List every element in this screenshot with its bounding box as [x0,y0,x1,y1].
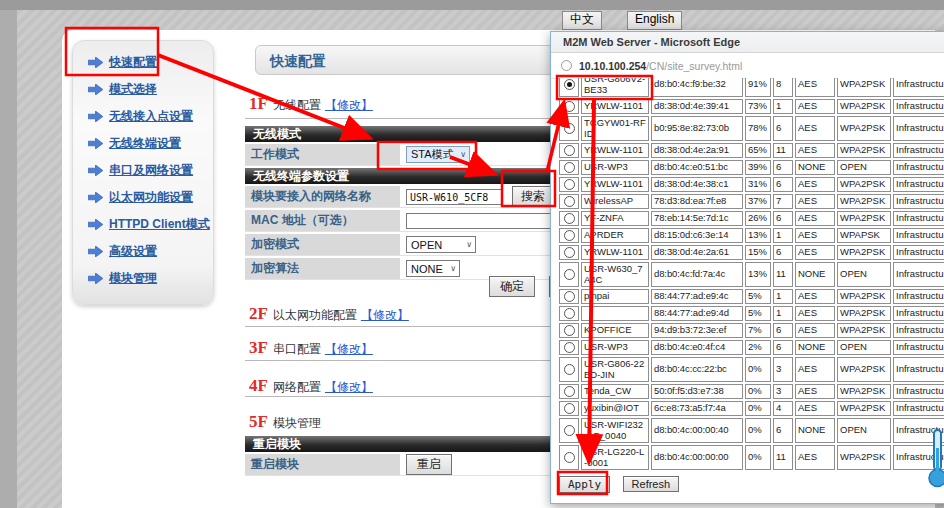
sidebar-link[interactable]: 模块管理 [109,270,157,287]
sidebar-link[interactable]: 以太网功能设置 [109,189,193,206]
network-ssid-cell: USR-WP3 [581,340,649,355]
network-auth-cell: OPEN [837,262,891,287]
network-row-18: yuxibin@IOT6c:e8:73:a5:f7:4a0%4AESWPA2PS… [559,401,944,416]
network-ssid-cell: USR-WP3 [581,160,649,175]
network-auth-cell: OPEN [837,340,891,355]
network-mac-cell: 88:44:77:ad:e9:4d [651,306,743,321]
sidebar-item-8[interactable]: 高级设置 [73,238,213,265]
sidebar-item-2[interactable]: 模式选择 [73,76,213,103]
network-channel-cell: 3 [773,357,793,382]
network-type-cell: Infrastructure [893,143,944,158]
network-radio[interactable] [564,79,575,90]
popup-title[interactable]: M2M Web Server - Microsoft Edge [551,32,944,53]
network-row-14: KPOFFICE94:d9:b3:72:3e:ef7%6AESWPA2PSKIn… [559,323,944,338]
mac-input[interactable] [406,213,556,229]
sidebar-item-5[interactable]: 串口及网络设置 [73,157,213,184]
network-ssid-cell [581,306,649,321]
network-ssid-cell: WirelessAP [581,194,649,209]
restart-label: 重启模块 [245,454,400,475]
network-radio[interactable] [564,342,575,353]
sidebar-link[interactable]: 高级设置 [109,243,157,260]
network-signal-cell: 5% [745,289,771,304]
popup-url-bar[interactable]: 10.10.100.254/CN/site_survey.html [551,53,944,79]
network-ssid-cell: KPOFFICE [581,323,649,338]
sidebar-link[interactable]: 无线接入点设置 [109,108,193,125]
network-type-cell: Infrastructure [893,340,944,355]
network-radio[interactable] [564,196,575,207]
arrow-right-icon [88,192,103,203]
arrow-right-icon [88,273,103,284]
network-radio[interactable] [564,452,575,463]
network-encryption-cell: AES [795,401,835,416]
sidebar-item-6[interactable]: 以太网功能设置 [73,184,213,211]
network-type-cell: Infrastructure [893,177,944,192]
network-radio[interactable] [564,247,575,258]
modify-link-wireless[interactable]: 【修改】 [325,98,373,112]
modify-link-serial[interactable]: 【修改】 [325,342,373,356]
network-radio[interactable] [564,179,575,190]
network-ssid-cell: USR-G806-22BD-JIN [581,357,649,382]
network-radio[interactable] [564,403,575,414]
network-mac-cell: 78:eb:14:5e:7d:1c [651,211,743,226]
confirm-button[interactable]: 确定 [489,276,535,297]
apply-button[interactable]: Apply [559,476,610,493]
sidebar-item-9[interactable]: 模块管理 [73,265,213,292]
network-channel-cell: 1 [773,289,793,304]
network-radio[interactable] [564,291,575,302]
sidebar-link[interactable]: 串口及网络设置 [109,162,193,179]
encryption-algo-select[interactable]: NONE∨ [406,260,460,277]
network-mac-cell: d8:15:0d:c6:3e:14 [651,228,743,243]
sidebar-item-7[interactable]: HTTPD Client模式 [73,211,213,238]
network-radio[interactable] [564,425,575,436]
encryption-mode-select[interactable]: OPEN∨ [406,236,476,253]
network-channel-cell: 3 [773,384,793,399]
network-mac-cell: 94:d9:b3:72:3e:ef [651,323,743,338]
sidebar-link[interactable]: 快速配置 [109,54,157,71]
network-radio[interactable] [564,162,575,173]
sidebar-link[interactable]: 无线终端设置 [109,135,181,152]
refresh-button[interactable]: Refresh [623,476,680,492]
network-auth-cell: WPA2PSK [837,289,891,304]
restart-button[interactable]: 重启 [406,454,452,475]
network-ssid-cell: USR-W630_7A4C [581,262,649,287]
network-radio[interactable] [564,101,575,112]
network-ssid-cell: TCGYW01-RFID [581,116,649,141]
network-ssid-cell: YRWLW-1101 [581,99,649,114]
network-encryption-cell: AES [795,228,835,243]
network-radio[interactable] [564,145,575,156]
modify-link-ethernet[interactable]: 【修改】 [361,308,409,322]
network-ssid-cell: USR-WIFI232-AP_0040 [581,418,649,443]
thermometer-icon [924,428,944,490]
network-auth-cell: WPA2PSK [837,211,891,226]
network-radio[interactable] [564,386,575,397]
network-radio[interactable] [564,308,575,319]
chinese-language-button[interactable]: 中文 [562,11,602,30]
network-row-2: YRWLW-1101d8:38:0d:4e:39:4173%1AESWPA2PS… [559,99,944,114]
network-radio[interactable] [564,123,575,134]
search-button[interactable]: 搜索 [512,186,554,207]
sidebar-item-3[interactable]: 无线接入点设置 [73,103,213,130]
work-mode-select[interactable]: STA模式∨ [406,146,470,163]
network-radio[interactable] [564,213,575,224]
network-radio[interactable] [564,269,575,280]
chevron-down-icon: ∨ [450,264,456,273]
sidebar-item-1[interactable]: 快速配置 [73,49,213,76]
network-radio[interactable] [564,325,575,336]
page-info-icon[interactable] [561,60,572,71]
sidebar-link[interactable]: HTTPD Client模式 [109,216,210,233]
network-type-cell: Infrastructure [893,384,944,399]
sidebar-item-4[interactable]: 无线终端设置 [73,130,213,157]
network-radio[interactable] [564,364,575,375]
english-language-button[interactable]: English [627,11,682,30]
network-auth-cell: OPEN [837,160,891,175]
network-row-11: USR-W630_7A4Cd8:b0:4c:fd:7a:4c13%11NONEO… [559,262,944,287]
floor-2-heading: 2F以太网功能配置【修改】 [249,304,409,324]
ssid-label: 模块要接入的网络名称(SSID) [245,186,400,207]
network-radio[interactable] [564,230,575,241]
ssid-input[interactable]: USR-W610_5CF8 [406,189,502,205]
network-auth-cell: WPA2PSK [837,99,891,114]
network-channel-cell: 6 [773,116,793,141]
network-mac-cell: 50:0f:f5:d3:e7:38 [651,384,743,399]
sidebar-link[interactable]: 模式选择 [109,81,157,98]
modify-link-network[interactable]: 【修改】 [325,380,373,394]
